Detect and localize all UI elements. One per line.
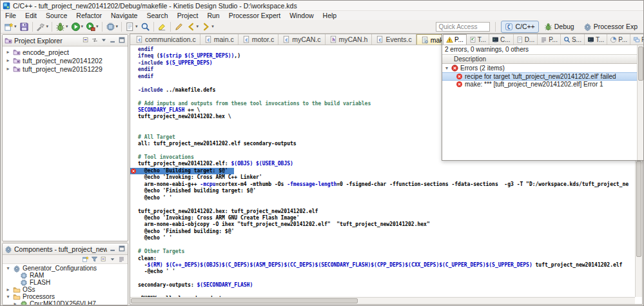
menu-edit[interactable]: Edit xyxy=(21,11,41,20)
problems-row[interactable]: recipe for target 'tuft_project_new20141… xyxy=(442,72,637,81)
tree-item-tuft-project-new20151229[interactable]: ▸tuft_project_new20151229 xyxy=(3,65,128,73)
editor-tab-mycan-h[interactable]: hmyCAN.h xyxy=(326,34,373,45)
scrollbar-thumb[interactable] xyxy=(131,298,358,303)
code-line[interactable]: # Other Targets xyxy=(138,249,635,255)
code-line[interactable]: clean: xyxy=(138,256,635,262)
code-line[interactable] xyxy=(138,289,635,296)
problems-tab-3-d[interactable]: D... xyxy=(514,34,538,45)
external-tools-button[interactable]: ▾ xyxy=(84,21,100,32)
vmenu-button[interactable] xyxy=(109,254,116,265)
min-button[interactable] xyxy=(109,35,117,46)
perspective-cpp[interactable]: CC/C++ xyxy=(501,21,538,33)
expander-icon[interactable]: ▾ xyxy=(444,65,449,71)
tree-item-cpu-mk10dx256vlh7[interactable]: ▸Cpu:MK10DX256VLH7 xyxy=(3,300,128,305)
code-line[interactable]: arm-none-eabi-objcopy -O ihex "tuft_proj… xyxy=(138,221,635,228)
quick-access-input[interactable] xyxy=(436,22,490,32)
editor-tab-events-c[interactable]: cEvents.c xyxy=(372,34,416,45)
code-line[interactable]: @echo ' ' xyxy=(138,195,635,201)
code-line[interactable] xyxy=(138,276,635,282)
expander-icon[interactable]: ▸ xyxy=(5,49,11,55)
collapse-button[interactable] xyxy=(100,254,107,265)
perspective-processor-expert[interactable]: Processor Exp xyxy=(580,21,641,33)
menu-file[interactable]: File xyxy=(1,11,21,20)
new-button[interactable] xyxy=(82,254,89,265)
editor-tab-communication-c[interactable]: ccommunication.c xyxy=(132,34,200,45)
menu-project[interactable]: Project xyxy=(173,11,203,20)
tree-item-processors[interactable]: ▾Processors xyxy=(3,293,128,300)
build-button[interactable]: ▾ xyxy=(35,21,50,32)
menu-navigate[interactable]: Navigate xyxy=(106,11,142,20)
perspective-debug[interactable]: Debug xyxy=(540,21,578,33)
vmenu-button[interactable] xyxy=(100,35,108,46)
run-button[interactable]: ▾ xyxy=(70,21,85,32)
editor-horizontal-scrollbar[interactable] xyxy=(130,297,635,304)
code-line[interactable]: -$(RM) $(C++_DEPS)$(OBJS)$(C_DEPS)$(ASM_… xyxy=(138,262,635,269)
max-button[interactable] xyxy=(118,35,126,46)
problems-tab-8-r[interactable]: R... xyxy=(630,34,644,45)
editor-tab-mycan-c[interactable]: cmyCAN.c xyxy=(278,34,325,45)
problems-vertical-scrollbar[interactable] xyxy=(637,45,644,160)
debug-button[interactable]: ▾ xyxy=(54,21,70,32)
flash-programmer-button[interactable]: ▾ xyxy=(104,21,120,32)
code-line[interactable]: @echo 'Invoking: Cross ARM C++ Linker' xyxy=(138,174,635,181)
expander-icon[interactable]: ▸ xyxy=(12,301,18,305)
new-c-file-button[interactable]: ▾ xyxy=(124,21,139,32)
code-line[interactable]: @echo ' ' xyxy=(138,235,635,241)
problems-tab-7-p[interactable]: P... xyxy=(607,34,630,45)
menu-search[interactable]: Search xyxy=(142,11,172,20)
menu-run[interactable]: Run xyxy=(202,11,224,20)
problems-tab-5-s[interactable]: S... xyxy=(561,34,585,45)
code-line[interactable]: @echo 'Finished building: $@' xyxy=(138,229,635,235)
code-line[interactable]: tuft_project_new20141202.hex: tuft_proje… xyxy=(138,209,635,215)
filter-button[interactable] xyxy=(91,254,98,265)
expander-icon[interactable]: ▸ xyxy=(5,66,11,72)
problems-tab-2-c[interactable]: C... xyxy=(489,34,514,45)
code-line[interactable]: @echo 'Finished building target: $@' xyxy=(138,188,635,194)
problems-row[interactable]: make: *** [tuft_project_new20141202.elf]… xyxy=(442,81,637,89)
problems-tab-4-p[interactable]: P... xyxy=(538,34,561,45)
props-button[interactable] xyxy=(118,254,125,265)
expander-icon[interactable]: ▾ xyxy=(5,265,11,271)
code-line[interactable]: tuft_project_new20141202.elf: $(OBJS) $(… xyxy=(138,161,635,167)
save-button[interactable] xyxy=(18,21,30,32)
last-edit-location-button[interactable] xyxy=(173,21,185,32)
expander-icon[interactable]: ▸ xyxy=(5,57,11,63)
editor-tab-motor-c[interactable]: cmotor.c xyxy=(239,34,278,45)
problems-tab-1-t[interactable]: T... xyxy=(467,34,489,45)
tree-item-flash[interactable]: FLASH xyxy=(3,279,128,286)
problems-tab-6-t[interactable]: T... xyxy=(585,34,607,45)
menu-processor-expert[interactable]: Processor Expert xyxy=(224,11,286,20)
menu-window[interactable]: Window xyxy=(285,11,318,20)
back-button[interactable]: ▾ xyxy=(185,21,200,32)
editor-tab-main-c[interactable]: cmain.c xyxy=(200,34,239,45)
expander-icon[interactable]: ▸ xyxy=(5,287,11,292)
mark-occurrences-button[interactable] xyxy=(156,21,168,32)
code-line[interactable]: arm-none-eabi-g++ -mcpu=cortex-m4 -mthum… xyxy=(138,181,635,188)
expander-icon[interactable]: ▾ xyxy=(5,294,11,300)
problems-column-header-description[interactable]: Description xyxy=(442,54,644,64)
tree-item-tuft-project-new20141202[interactable]: ▸tuft_project_new20141202 xyxy=(3,56,128,65)
collapse-button[interactable] xyxy=(82,35,90,46)
tree-item-encode-project[interactable]: ▸encode_project xyxy=(3,48,128,56)
link-button[interactable] xyxy=(91,35,99,46)
menu-refactor[interactable]: Refactor xyxy=(72,11,106,20)
menu-source[interactable]: Source xyxy=(41,11,72,20)
tree-item-ram[interactable]: RAM xyxy=(3,272,128,279)
code-line[interactable]: @echo 'Building target: $@' xyxy=(138,168,635,174)
menu-help[interactable]: Help xyxy=(318,11,342,20)
new-button[interactable]: ▾ xyxy=(3,21,18,32)
tree-item-generator-configurations[interactable]: ▾Generator_Configurations xyxy=(3,265,128,272)
code-line-text: secondary-outputs: $(SECONDARY_FLASH) xyxy=(138,282,253,289)
tree-item-oss[interactable]: ▸OSs xyxy=(3,286,128,293)
problems-tab-0-p[interactable]: P... xyxy=(443,34,467,45)
scrollbar-thumb[interactable] xyxy=(638,46,643,81)
code-line[interactable]: secondary-outputs: $(SECONDARY_FLASH) xyxy=(138,282,635,289)
problems-group-errors[interactable]: ▾Errors (2 items) xyxy=(442,64,637,72)
code-line[interactable]: -@echo ' ' xyxy=(138,269,635,275)
scrollbar-thumb[interactable] xyxy=(636,161,641,256)
code-line[interactable]: @echo 'Invoking: Cross ARM GNU Create Fl… xyxy=(138,215,635,221)
search-button[interactable] xyxy=(139,21,151,32)
code-line[interactable] xyxy=(138,242,635,249)
forward-button[interactable]: ▾ xyxy=(200,21,215,32)
code-line[interactable] xyxy=(138,201,635,208)
